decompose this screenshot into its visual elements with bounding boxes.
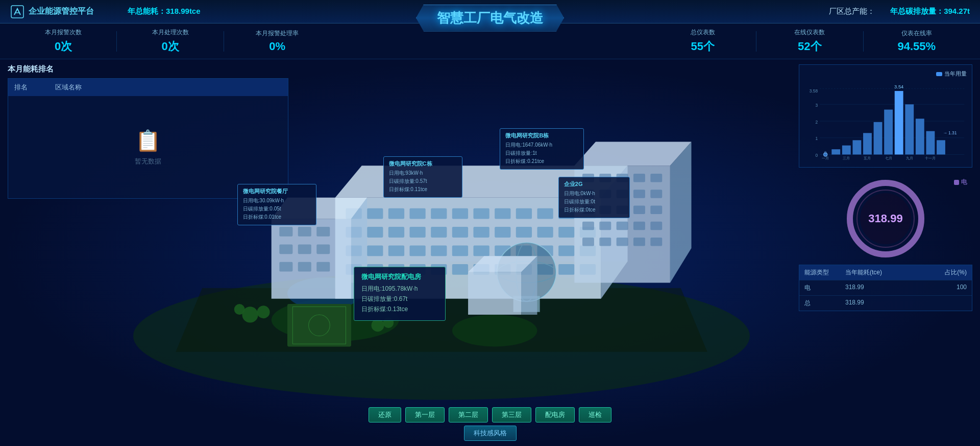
stat-monthly-alerts: 本月报警次数 0次 xyxy=(10,28,116,54)
logo-text: 企业能源管控平台 xyxy=(29,6,94,17)
svg-text:五月: 五月 xyxy=(864,156,871,160)
svg-rect-30 xyxy=(495,227,510,238)
distribution-button[interactable]: 配电房 xyxy=(535,407,575,422)
gauge-container: 318.99 xyxy=(799,178,972,260)
svg-rect-70 xyxy=(279,262,292,272)
svg-text:3.54: 3.54 xyxy=(894,84,903,89)
svg-text:十一月: 十一月 xyxy=(925,156,936,160)
control-row-1: 还原 第一层 第二层 第三层 配电房 巡检 xyxy=(369,407,611,422)
svg-rect-95 xyxy=(650,222,662,230)
svg-rect-84 xyxy=(633,190,645,198)
floor3-button[interactable]: 第三层 xyxy=(492,407,531,422)
svg-rect-19 xyxy=(516,208,532,219)
style-button[interactable]: 科技感风格 xyxy=(464,426,517,441)
svg-rect-27 xyxy=(431,227,447,238)
bottom-controls: 还原 第一层 第二层 第三层 配电房 巡检 科技感风格 xyxy=(369,407,611,441)
row1-ratio xyxy=(936,299,967,308)
svg-text:3: 3 xyxy=(816,103,818,108)
energy-table-row-1: 总 318.99 xyxy=(799,295,972,311)
svg-rect-111 xyxy=(468,272,521,315)
tooltip4-title: 企业2G xyxy=(564,180,624,188)
restore-button[interactable]: 还原 xyxy=(369,407,401,422)
svg-rect-31 xyxy=(516,227,532,238)
svg-rect-29 xyxy=(473,227,489,238)
svg-rect-20 xyxy=(537,208,553,219)
stat-online-rate-label: 仪表在线率 xyxy=(864,29,970,38)
header: 企业能源管控平台 年总能耗：318.99tce 智慧工厂电气改造 厂区总产能： … xyxy=(0,0,980,24)
logo-area: 企业能源管控平台 xyxy=(10,5,112,19)
stat-online-rate-value: 94.55% xyxy=(864,40,970,53)
svg-rect-99 xyxy=(633,238,645,246)
tooltip-enterprise2g: 企业2G 日用电:0kW·h 日碳排放量:0t 日折标煤:0tce xyxy=(558,177,630,218)
stat-total-meters: 总仪表数 55个 xyxy=(650,28,756,54)
svg-text:一月: 一月 xyxy=(822,156,829,160)
energy-table: 能源类型 当年能耗(tce) 占比(%) 电 318.99 100 总 318.… xyxy=(799,265,972,311)
svg-rect-135 xyxy=(916,119,924,154)
right-panel: 当年用量 0 1 2 3 3.58 xyxy=(791,59,980,446)
svg-rect-26 xyxy=(410,227,426,238)
svg-rect-129 xyxy=(863,133,872,154)
svg-rect-136 xyxy=(926,131,935,155)
gauge-wrapper: 318.99 xyxy=(845,178,926,260)
svg-rect-94 xyxy=(633,222,645,230)
center-title: 智慧工厂电气改造 xyxy=(416,5,564,32)
svg-rect-41 xyxy=(473,246,489,256)
svg-rect-14 xyxy=(410,208,426,219)
svg-rect-91 xyxy=(582,222,594,230)
stat-monthly-alerts-label: 本月报警次数 xyxy=(10,28,116,37)
tooltip1-row2: 日折标煤:0.11tce xyxy=(389,186,457,193)
svg-rect-134 xyxy=(905,104,914,154)
tooltip2-row0: 日用电:1647.06kW·h xyxy=(505,142,578,149)
svg-rect-32 xyxy=(537,227,553,238)
svg-rect-126 xyxy=(831,149,840,154)
legend-current-year-label: 当年用量 xyxy=(944,70,967,78)
floor1-button[interactable]: 第一层 xyxy=(405,407,445,422)
row0-ratio: 100 xyxy=(936,284,967,292)
svg-rect-37 xyxy=(388,246,404,256)
energy-table-header: 能源类型 当年能耗(tce) 占比(%) xyxy=(799,265,972,280)
svg-rect-97 xyxy=(599,238,611,246)
svg-rect-138 xyxy=(937,140,945,154)
svg-rect-12 xyxy=(367,208,383,219)
stat-monthly-rate: 本月报警处理率 0% xyxy=(224,29,330,53)
svg-rect-130 xyxy=(874,122,883,155)
stat-online-meters: 在线仪表数 52个 xyxy=(756,28,863,54)
svg-text:0: 0 xyxy=(816,153,818,158)
svg-rect-93 xyxy=(617,222,628,230)
energy-table-row-0: 电 318.99 100 xyxy=(799,280,972,295)
electric-badge: 电 xyxy=(954,178,967,186)
svg-rect-100 xyxy=(650,238,662,246)
tooltip1-title: 微电网研究院C栋 xyxy=(389,160,457,168)
electric-label: 电 xyxy=(961,178,967,186)
svg-rect-39 xyxy=(431,246,447,256)
svg-rect-98 xyxy=(617,238,628,246)
control-row-2: 科技感风格 xyxy=(464,426,517,441)
svg-rect-69 xyxy=(316,244,330,254)
svg-rect-132 xyxy=(895,91,903,154)
tooltip2-row1: 日碳排放量:1t xyxy=(505,150,578,157)
svg-rect-80 xyxy=(650,174,662,182)
svg-rect-67 xyxy=(279,244,292,254)
stat-monthly-processed: 本月处理次数 0次 xyxy=(117,28,223,54)
stat-monthly-processed-value: 0次 xyxy=(117,39,223,54)
stat-total-meters-value: 55个 xyxy=(650,39,756,54)
tooltip-canteen: 微电网研究院餐厅 日用电:30.09kW·h 日碳排放量:0.05t 日折标煤:… xyxy=(237,184,316,225)
floor2-button[interactable]: 第二层 xyxy=(449,407,488,422)
svg-rect-33 xyxy=(558,227,574,238)
stat-monthly-processed-label: 本月处理次数 xyxy=(117,28,223,37)
svg-rect-13 xyxy=(388,208,404,219)
svg-text:三月: 三月 xyxy=(843,156,850,160)
svg-text:七月: 七月 xyxy=(885,156,892,160)
stat-total-meters-label: 总仪表数 xyxy=(650,28,756,37)
svg-rect-38 xyxy=(410,246,426,256)
tooltip3-title: 微电网研究院餐厅 xyxy=(243,187,311,195)
svg-rect-72 xyxy=(316,262,330,272)
svg-rect-89 xyxy=(633,205,645,214)
svg-rect-64 xyxy=(279,227,292,237)
patrol-button[interactable]: 巡检 xyxy=(579,407,611,422)
row0-type: 电 xyxy=(804,284,845,292)
svg-rect-92 xyxy=(599,222,611,230)
svg-point-107 xyxy=(257,306,270,318)
svg-rect-25 xyxy=(388,227,404,238)
stat-online-meters-label: 在线仪表数 xyxy=(756,28,863,37)
